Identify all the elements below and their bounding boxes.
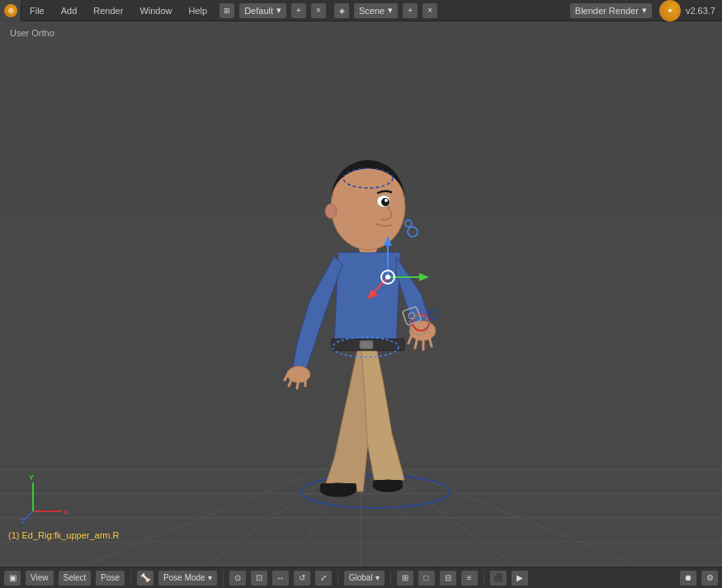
settings-icon: ⚙ <box>706 573 714 582</box>
render-anim-btn[interactable]: ▶ <box>511 570 529 586</box>
grid-icon: ⊞ <box>402 573 408 582</box>
blender-version-area: ● v2.63.7 <box>659 0 722 21</box>
top-menubar: ◎ File Add Render Window Help ⊞ Default … <box>0 0 722 21</box>
layout-dropdown[interactable]: Default ▾ <box>238 2 287 19</box>
svg-point-42 <box>428 309 438 319</box>
character-svg <box>231 87 495 516</box>
menu-render[interactable]: Render <box>85 0 131 21</box>
select-label: Select <box>64 573 87 582</box>
pose-mode-chevron: ▾ <box>208 573 212 582</box>
viewport-label: User Ortho <box>10 28 54 38</box>
scene-dropdown[interactable]: Scene ▾ <box>353 2 399 19</box>
viewport[interactable]: User Ortho <box>0 21 722 567</box>
grid-quad-icon: ⊟ <box>445 573 451 582</box>
renderer-dropdown[interactable]: Blender Render ▾ <box>569 2 653 19</box>
record-btn[interactable]: ⏺ <box>679 570 697 586</box>
menu-window[interactable]: Window <box>131 0 180 21</box>
grid-triple-btn[interactable]: ≡ <box>460 570 479 586</box>
scale-btn[interactable]: ⤢ <box>314 570 333 586</box>
pose-mode-dropdown[interactable]: Pose Mode ▾ <box>158 570 218 586</box>
layout-group: ⊞ Default ▾ + × <box>219 0 327 21</box>
svg-rect-23 <box>360 341 373 349</box>
rotate-icon: ↺ <box>299 573 305 582</box>
separator-2 <box>223 571 224 586</box>
bone-label: (1) Ed_Rig:fk_upper_arm.R <box>8 530 120 540</box>
view-label: View <box>31 573 49 582</box>
scene-add-icon[interactable]: + <box>402 2 418 19</box>
record-icon: ⏺ <box>684 573 692 582</box>
separator-5 <box>484 571 484 586</box>
grid-quad-btn[interactable]: ⊟ <box>439 570 457 586</box>
svg-text:X: X <box>64 508 68 516</box>
mode-icon: 🦴 <box>140 573 150 582</box>
transform-btn[interactable]: ↔ <box>271 570 290 586</box>
character-container <box>231 87 495 516</box>
layout-grid-icon[interactable]: ⊞ <box>219 2 235 19</box>
global-label: Global <box>349 573 373 582</box>
grid-toggle-btn[interactable]: ⊞ <box>396 570 414 586</box>
blender-icon: ◎ <box>0 0 21 21</box>
pivot-icon: ⊙ <box>234 573 241 582</box>
renderer-group: Blender Render ▾ <box>569 0 653 21</box>
scene-close-icon[interactable]: × <box>422 2 438 19</box>
separator-1 <box>130 571 131 586</box>
grid-single-icon: □ <box>424 573 429 582</box>
svg-marker-36 <box>419 273 429 281</box>
axis-indicator: X Y Z <box>21 474 70 525</box>
pose-btn[interactable]: Pose <box>95 570 125 586</box>
separator-3 <box>337 571 338 586</box>
menu-add[interactable]: Add <box>53 0 86 21</box>
scene-group: ◈ Scene ▾ + × <box>333 0 438 21</box>
grid-triple-icon: ≡ <box>467 573 472 582</box>
svg-point-28 <box>385 199 388 202</box>
svg-line-54 <box>25 511 33 520</box>
mode-icon-btn[interactable]: 🦴 <box>136 570 154 586</box>
select-btn[interactable]: Select <box>58 570 92 586</box>
pose-mode-label: Pose Mode <box>163 573 205 582</box>
svg-point-29 <box>325 204 337 219</box>
svg-point-45 <box>408 227 418 237</box>
svg-point-46 <box>405 220 412 227</box>
separator-4 <box>390 571 391 586</box>
global-dropdown[interactable]: Global ▾ <box>343 570 385 586</box>
svg-rect-21 <box>373 480 403 488</box>
menu-help[interactable]: Help <box>181 0 216 21</box>
view-btn[interactable]: View <box>25 570 54 586</box>
pose-label: Pose <box>101 573 120 582</box>
global-chevron: ▾ <box>375 573 380 582</box>
render-anim-icon: ▶ <box>517 573 523 582</box>
rotate-btn[interactable]: ↺ <box>293 570 311 586</box>
version-text: v2.63.7 <box>686 6 715 16</box>
grid-single-btn[interactable]: □ <box>418 570 436 586</box>
pivot-icon-btn[interactable]: ⊙ <box>229 570 247 586</box>
layout-close-icon[interactable]: × <box>310 2 327 19</box>
svg-text:Y: Y <box>29 474 34 482</box>
render-still-btn[interactable]: ⬛ <box>489 570 507 586</box>
svg-text:Z: Z <box>21 517 26 524</box>
menu-file[interactable]: File <box>21 0 53 21</box>
viewport-type-icon: ▣ <box>9 573 17 582</box>
svg-rect-19 <box>320 483 356 492</box>
scene-icon[interactable]: ◈ <box>333 2 350 19</box>
layout-add-icon[interactable]: + <box>290 2 307 19</box>
snap-btn[interactable]: ⊡ <box>250 570 268 586</box>
render-icon: ⬛ <box>493 573 503 582</box>
snap-icon: ⊡ <box>256 573 262 582</box>
transform-icon: ↔ <box>276 573 285 582</box>
svg-point-40 <box>385 275 390 280</box>
settings-btn[interactable]: ⚙ <box>701 570 719 586</box>
status-bar: ▣ View Select Pose 🦴 Pose Mode ▾ ⊙ ⊡ ↔ ↺… <box>0 567 722 588</box>
viewport-icon-btn[interactable]: ▣ <box>3 570 21 586</box>
blender-logo: ● <box>659 0 681 21</box>
scale-icon: ⤢ <box>320 573 327 582</box>
